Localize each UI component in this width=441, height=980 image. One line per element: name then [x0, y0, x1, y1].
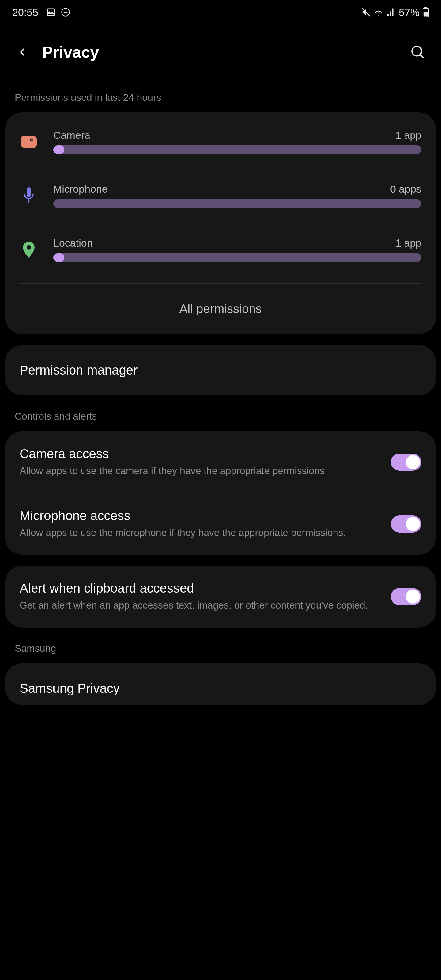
battery-percent: 57%	[399, 6, 420, 18]
permission-content: Camera 1 app	[53, 129, 421, 154]
permission-row-location[interactable]: Location 1 app	[5, 220, 436, 274]
svg-rect-12	[27, 188, 31, 197]
camera-access-item[interactable]: Camera access Allow apps to use the came…	[5, 431, 436, 493]
mute-icon	[361, 8, 371, 17]
status-left: 20:55	[12, 6, 70, 18]
permission-row-camera[interactable]: Camera 1 app	[5, 112, 436, 166]
section-header-permissions: Permissions used in last 24 hours	[0, 73, 441, 112]
back-button[interactable]	[15, 45, 30, 60]
permission-manager-item[interactable]: Permission manager	[5, 345, 436, 395]
svg-rect-9	[21, 136, 37, 148]
location-icon	[20, 240, 38, 259]
battery-icon	[423, 7, 429, 17]
controls-card: Camera access Allow apps to use the came…	[5, 431, 436, 555]
permission-name: Microphone	[53, 183, 108, 195]
signal-icon	[387, 8, 396, 17]
permissions-usage-card: Camera 1 app Microphone 0 apps	[5, 112, 436, 334]
clock: 20:55	[12, 6, 38, 18]
permission-bar	[53, 199, 421, 208]
permission-count: 0 apps	[390, 183, 421, 195]
permission-count: 1 app	[395, 237, 421, 249]
status-right: 57%	[361, 6, 429, 18]
status-bar: 20:55 57%	[0, 0, 441, 24]
microphone-icon	[20, 186, 38, 205]
toggle-knob	[405, 589, 420, 604]
section-header-samsung: Samsung	[0, 627, 441, 663]
toggle-knob	[405, 516, 420, 531]
permission-count: 1 app	[395, 129, 421, 141]
samsung-card: Samsung Privacy	[5, 663, 436, 705]
item-title: Samsung Privacy	[20, 681, 421, 696]
page-title: Privacy	[42, 43, 397, 61]
toggle-desc: Get an alert when an app accesses text, …	[20, 599, 382, 612]
permission-bar	[53, 253, 421, 262]
microphone-access-toggle[interactable]	[391, 515, 421, 533]
section-header-controls: Controls and alerts	[0, 395, 441, 431]
svg-point-11	[31, 139, 32, 140]
clipboard-card: Alert when clipboard accessed Get an ale…	[5, 566, 436, 627]
microphone-access-item[interactable]: Microphone access Allow apps to use the …	[5, 493, 436, 555]
svg-point-14	[27, 245, 31, 249]
permission-name: Location	[53, 237, 93, 249]
toggle-desc: Allow apps to use the microphone if they…	[20, 526, 382, 539]
search-button[interactable]	[409, 43, 426, 60]
permission-bar-fill	[53, 253, 64, 262]
camera-access-toggle[interactable]	[391, 453, 421, 471]
clipboard-alert-toggle[interactable]	[391, 588, 421, 605]
toggle-title: Microphone access	[20, 508, 382, 523]
permission-row-microphone[interactable]: Microphone 0 apps	[5, 166, 436, 220]
dnd-icon	[61, 8, 70, 17]
svg-line-8	[420, 54, 423, 57]
clipboard-alert-item[interactable]: Alert when clipboard accessed Get an ale…	[5, 566, 436, 627]
all-permissions-button[interactable]: All permissions	[5, 283, 436, 334]
permission-bar-fill	[53, 145, 64, 154]
toggle-title: Camera access	[20, 447, 382, 461]
permission-name: Camera	[53, 129, 90, 141]
permission-manager-card: Permission manager	[5, 345, 436, 395]
svg-rect-6	[423, 12, 428, 16]
camera-icon	[20, 133, 38, 151]
permission-bar	[53, 145, 421, 154]
permission-content: Microphone 0 apps	[53, 183, 421, 208]
picture-icon	[46, 8, 56, 17]
svg-rect-5	[424, 7, 427, 9]
page-header: Privacy	[0, 24, 441, 73]
wifi-icon	[374, 7, 384, 17]
permission-content: Location 1 app	[53, 237, 421, 262]
toggle-title: Alert when clipboard accessed	[20, 581, 382, 596]
toggle-desc: Allow apps to use the camera if they hav…	[20, 464, 382, 477]
item-title: Permission manager	[20, 363, 421, 378]
samsung-privacy-item[interactable]: Samsung Privacy	[5, 663, 436, 705]
toggle-knob	[405, 455, 420, 470]
